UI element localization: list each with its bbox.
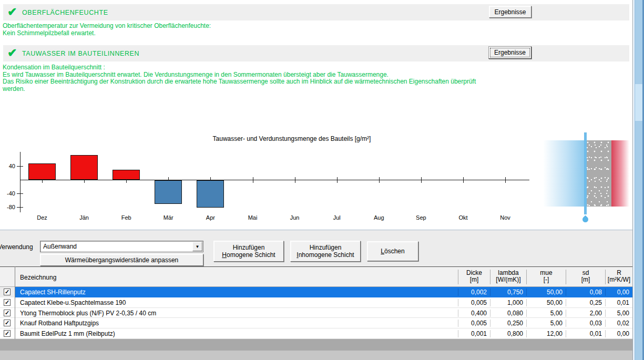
surface-message: Oberflächentemperatur zur Vermeidung von… bbox=[3, 23, 211, 37]
layer-value: 0,002 bbox=[458, 289, 490, 296]
results-button-surface[interactable]: Ergebnisse bbox=[489, 6, 531, 18]
column-unit: [m] bbox=[458, 276, 490, 283]
wall-graphic-condensation-zone bbox=[586, 140, 611, 207]
column-unit: [m] bbox=[566, 276, 605, 283]
column-header-sd[interactable]: sd[m] bbox=[566, 270, 605, 284]
layer-value: 5,00 bbox=[526, 310, 566, 317]
layer-value: 0,01 bbox=[605, 299, 632, 306]
layer-checkbox[interactable]: ✓ bbox=[4, 310, 11, 316]
table-row[interactable]: ✓Capatect SH-Rillenputz0,0020,75050,000,… bbox=[0, 287, 632, 297]
add-inhomogeneous-line1: Hinzufügen bbox=[310, 244, 342, 251]
chart-title: Tauwasser- und Verdunstungsmenge des Bau… bbox=[0, 135, 584, 142]
add-homogeneous-line2: Homogene Schicht bbox=[222, 251, 275, 259]
layer-value: 0,080 bbox=[490, 310, 526, 317]
section-surface-title: OBERFLÄCHENFEUCHTE bbox=[22, 9, 108, 16]
add-inhomogeneous-layer-button[interactable]: Hinzufügen Inhomogene Schicht bbox=[290, 241, 361, 262]
layer-name: Baumit EdelPutz 1 mm (Reibputz) bbox=[20, 330, 115, 337]
layers-table: ✓Capatect SH-Rillenputz0,0020,75050,000,… bbox=[0, 287, 632, 339]
delete-button-label: Löschen bbox=[381, 248, 404, 255]
layer-value: 0,800 bbox=[490, 330, 526, 337]
layer-value: 0,005 bbox=[458, 299, 490, 306]
check-ok-icon: ✔ bbox=[7, 47, 17, 59]
section-surface-header: ✔ OBERFLÄCHENFEUCHTE bbox=[3, 4, 629, 20]
chevron-down-icon[interactable]: ▼ bbox=[192, 242, 202, 251]
add-homogeneous-line1: Hinzufügen bbox=[233, 244, 265, 251]
layer-checkbox[interactable]: ✓ bbox=[4, 320, 11, 326]
delete-layer-button[interactable]: Löschen bbox=[367, 241, 418, 261]
layer-value: 12,00 bbox=[526, 330, 566, 337]
layer-value: 0,08 bbox=[566, 289, 605, 296]
condensation-plane-line bbox=[584, 132, 587, 214]
add-homogeneous-layer-button[interactable]: Hinzufügen Homogene Schicht bbox=[213, 241, 284, 262]
layer-value: 0,00 bbox=[605, 289, 632, 296]
layer-checkbox[interactable]: ✓ bbox=[4, 330, 11, 337]
layer-value: 5,00 bbox=[526, 320, 566, 327]
column-header-lambda[interactable]: lambda[W/(mK)] bbox=[490, 270, 526, 284]
layer-name: Capatect SH-Rillenputz bbox=[20, 289, 86, 296]
layer-value: 0,01 bbox=[566, 330, 605, 337]
column-header-dicke[interactable]: Dicke[m] bbox=[458, 270, 490, 284]
wall-graphic-cold-gradient bbox=[543, 140, 585, 207]
layer-name: Knauf Rotband Haftputzgips bbox=[20, 320, 99, 327]
column-unit: [-] bbox=[527, 276, 566, 283]
usage-label: Verwendung bbox=[0, 243, 33, 251]
table-empty-area bbox=[0, 339, 632, 351]
layer-value: 50,00 bbox=[526, 299, 566, 306]
layer-value: 0,400 bbox=[458, 310, 490, 317]
add-inhomogeneous-line2: Inhomogene Schicht bbox=[297, 251, 354, 259]
layer-value: 0,250 bbox=[490, 320, 526, 327]
scrollbar-thumb[interactable] bbox=[635, 84, 643, 121]
column-header-mue[interactable]: mue[-] bbox=[526, 270, 566, 284]
results-button-condensation[interactable]: Ergebnisse bbox=[488, 46, 531, 59]
column-unit: [m²K/W] bbox=[606, 276, 632, 283]
column-unit: [W/(mK)] bbox=[490, 276, 526, 283]
layer-name: Ytong Thermoblock plus (N/F) PV 2-0,35 /… bbox=[20, 310, 156, 317]
table-row[interactable]: ✓Knauf Rotband Haftputzgips0,0050,2505,0… bbox=[0, 318, 632, 328]
table-row[interactable]: ✓Capatect Klebe-u.Spachtelmasse 1900,005… bbox=[0, 297, 632, 308]
wall-graphic-warm-gradient bbox=[611, 140, 629, 207]
numeric-column-headers: Dicke[m]lambda[W/(mK)]mue[-]sd[m]R[m²K/W… bbox=[0, 266, 632, 287]
table-row[interactable]: ✓Ytong Thermoblock plus (N/F) PV 2-0,35 … bbox=[0, 308, 632, 318]
layer-value: 0,00 bbox=[605, 330, 632, 337]
condensation-message: Kondensation im Bauteilquerschnitt : Es … bbox=[3, 64, 476, 92]
layer-value: 0,005 bbox=[458, 320, 490, 327]
table-row[interactable]: ✓Baumit EdelPutz 1 mm (Reibputz)0,0010,8… bbox=[0, 328, 632, 339]
layer-value: 0,25 bbox=[566, 299, 605, 306]
usage-combobox[interactable]: Außenwand ▼ bbox=[40, 241, 203, 252]
layer-name: Capatect Klebe-u.Spachtelmasse 190 bbox=[20, 299, 126, 306]
layer-checkbox[interactable]: ✓ bbox=[4, 299, 11, 306]
layer-value: 0,001 bbox=[458, 330, 490, 337]
layer-value: 5,00 bbox=[605, 310, 632, 317]
layer-value: 0,750 bbox=[490, 289, 526, 296]
section-condensation-title: TAUWASSER IM BAUTEILINNEREN bbox=[22, 50, 139, 57]
layer-value: 0,02 bbox=[605, 320, 632, 327]
bottom-strip bbox=[0, 351, 632, 360]
adjust-resistances-button[interactable]: Wärmeübergangswiderstände anpassen bbox=[40, 254, 203, 266]
layer-value: 50,00 bbox=[526, 289, 566, 296]
layer-value: 1,000 bbox=[490, 299, 526, 306]
table-checkbox-divider bbox=[15, 266, 15, 339]
layer-value: 0,03 bbox=[566, 320, 605, 327]
layer-value: 2,00 bbox=[566, 310, 605, 317]
check-ok-icon: ✔ bbox=[7, 6, 17, 18]
usage-combobox-value: Außenwand bbox=[40, 243, 192, 250]
column-header-r[interactable]: R[m²K/W] bbox=[605, 270, 632, 284]
layer-checkbox[interactable]: ✓ bbox=[4, 289, 11, 295]
section-condensation-header: ✔ TAUWASSER IM BAUTEILINNEREN bbox=[3, 45, 629, 61]
scrollbar[interactable] bbox=[635, 0, 643, 360]
